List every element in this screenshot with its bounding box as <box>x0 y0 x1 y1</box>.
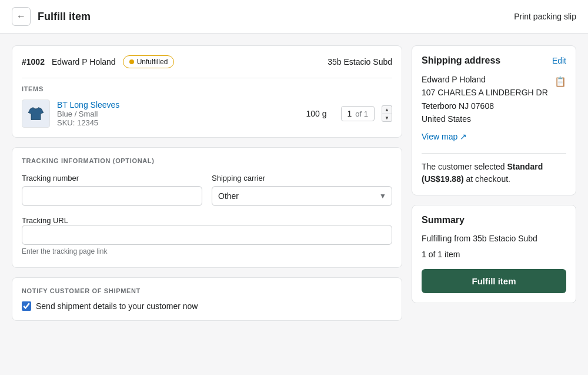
tracking-number-label: Tracking number <box>22 174 202 182</box>
items-section: ITEMS BT Long Sleeves Blue / Small SKU: … <box>22 78 392 128</box>
order-number: #1002 <box>22 57 45 67</box>
quantity-arrows: ▲ ▼ <box>382 105 392 122</box>
status-badge: Unfulfilled <box>123 55 175 68</box>
back-button[interactable]: ← <box>12 7 31 26</box>
summary-title: Summary <box>422 215 465 225</box>
address-line1: 107 CHARLES A LINDBERGH DR <box>422 86 550 99</box>
shipping-carrier-wrapper: Other UPS FedEx USPS DHL ▼ <box>212 186 392 206</box>
item-details: BT Long Sleeves Blue / Small SKU: 12345 <box>57 100 299 127</box>
shipping-note-suffix: at checkout. <box>464 174 510 184</box>
tracking-number-input[interactable] <box>22 186 202 206</box>
item-sku: SKU: 12345 <box>57 118 299 127</box>
fulfill-item-button[interactable]: Fulfill item <box>422 269 566 293</box>
notify-checkbox[interactable] <box>22 301 31 311</box>
view-map-label: View map <box>422 132 457 141</box>
print-packing-slip-link[interactable]: Print packing slip <box>514 12 576 21</box>
external-link-icon: ↗ <box>460 132 467 141</box>
fulfilling-from: Fulfilling from 35b Estacio Subd <box>422 233 566 245</box>
tracking-card: TRACKING INFORMATION (OPTIONAL) Tracking… <box>12 147 402 268</box>
notify-checkbox-label: Send shipment details to your customer n… <box>36 301 198 311</box>
item-row: BT Long Sleeves Blue / Small SKU: 12345 … <box>22 99 392 128</box>
items-label: ITEMS <box>22 85 392 92</box>
item-image <box>22 99 50 128</box>
shipping-carrier-label: Shipping carrier <box>212 174 392 182</box>
quantity-up-button[interactable]: ▲ <box>382 105 392 114</box>
shipping-address-title: Shipping address <box>422 55 500 66</box>
item-name-link[interactable]: BT Long Sleeves <box>57 100 119 109</box>
tracking-url-label: Tracking URL <box>22 216 68 225</box>
notify-checkbox-row: Send shipment details to your customer n… <box>22 301 392 311</box>
left-column: #1002 Edward P Holand Unfulfilled 35b Es… <box>12 45 402 321</box>
tracking-url-group: Tracking URL Enter the tracking page lin… <box>22 215 392 255</box>
address-line2: Teterboro NJ 07608 <box>422 99 550 112</box>
summary-card: Summary Fulfilling from 35b Estacio Subd… <box>412 205 576 303</box>
order-location: 35b Estacio Subd <box>328 57 392 67</box>
main-content: #1002 Edward P Holand Unfulfilled 35b Es… <box>0 34 588 333</box>
customer-name: Edward P Holand <box>52 57 116 67</box>
summary-title-row: Summary <box>422 215 566 225</box>
tracking-url-hint: Enter the tracking page link <box>22 247 392 255</box>
address-country: United States <box>422 112 550 125</box>
status-label: Unfulfilled <box>137 58 168 66</box>
notify-section-title: NOTIFY CUSTOMER OF SHIPMENT <box>22 287 392 294</box>
page-header: ← Fulfill item Print packing slip <box>0 0 588 34</box>
item-count: 1 of 1 item <box>422 248 566 261</box>
notify-card: NOTIFY CUSTOMER OF SHIPMENT Send shipmen… <box>12 277 402 321</box>
shirt-icon <box>26 104 45 123</box>
status-dot <box>129 59 134 64</box>
right-column: Shipping address Edit Edward P Holand 10… <box>412 45 576 321</box>
tracking-url-input[interactable] <box>22 225 392 245</box>
shipping-carrier-group: Shipping carrier Other UPS FedEx USPS DH… <box>212 174 392 206</box>
item-weight: 100 g <box>306 109 326 118</box>
address-block: Edward P Holand 107 CHARLES A LINDBERGH … <box>422 73 566 126</box>
quantity-of: of 1 <box>355 109 368 118</box>
quantity-down-button[interactable]: ▼ <box>382 114 392 122</box>
shipping-note: The customer selected Standard (US$19.88… <box>422 153 566 185</box>
shipping-note-prefix: The customer selected <box>422 162 507 171</box>
shipping-address-card: Shipping address Edit Edward P Holand 10… <box>412 45 576 195</box>
edit-address-link[interactable]: Edit <box>552 56 566 65</box>
page-title: Fulfill item <box>38 11 91 23</box>
address-text: Edward P Holand 107 CHARLES A LINDBERGH … <box>422 73 550 126</box>
tracking-number-group: Tracking number <box>22 174 202 206</box>
shipping-carrier-select[interactable]: Other UPS FedEx USPS DHL <box>212 186 392 206</box>
tracking-form-row: Tracking number Shipping carrier Other U… <box>22 174 392 206</box>
shipping-note-price: (US$19.88) <box>422 174 464 184</box>
order-header: #1002 Edward P Holand Unfulfilled 35b Es… <box>22 55 392 68</box>
quantity-value: 1 <box>348 109 352 118</box>
header-left: ← Fulfill item <box>12 7 91 26</box>
item-variant: Blue / Small <box>57 109 299 118</box>
shipping-address-header: Shipping address Edit <box>422 55 566 66</box>
quantity-display: 1 of 1 <box>341 106 375 121</box>
shipping-note-method: Standard <box>507 162 543 171</box>
view-map-link[interactable]: View map ↗ <box>422 132 467 141</box>
address-name: Edward P Holand <box>422 73 550 86</box>
tracking-section-title: TRACKING INFORMATION (OPTIONAL) <box>22 157 392 164</box>
copy-icon[interactable]: 📋 <box>554 74 566 89</box>
order-card: #1002 Edward P Holand Unfulfilled 35b Es… <box>12 45 402 138</box>
